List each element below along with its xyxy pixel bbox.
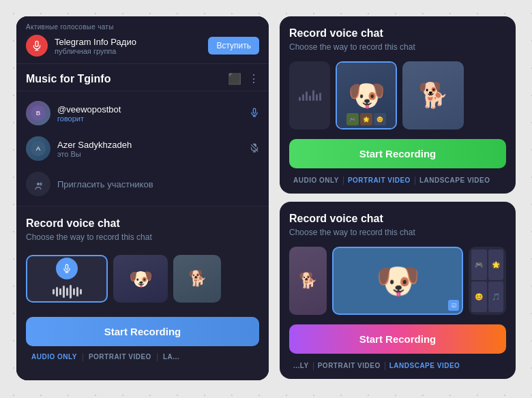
record-panel-top-right: Record voice chat Choose the way to reco… (280, 16, 516, 194)
left-panel: Активные голосовые чаты Telegram Info Ра… (16, 16, 269, 380)
portrait-strip-card[interactable]: 🐕 (289, 247, 327, 315)
channel-type: публичная группа (55, 47, 201, 55)
tab-audio-only-bottom[interactable]: ...LY (289, 362, 313, 370)
tab-audio-only[interactable]: AUDIO ONLY (26, 353, 83, 361)
tab-portrait-video-bottom[interactable]: PORTRAIT VIDEO (314, 362, 385, 370)
channel-name: Telegram Info Радио (55, 37, 201, 47)
participant-item[interactable]: A Azer Sadykhzadeh это Вы (16, 131, 269, 166)
recording-tabs: AUDIO ONLY PORTRAIT VIDEO LA... (26, 353, 259, 361)
svg-text:A: A (36, 144, 41, 152)
grid-cell-3: 😊 (471, 281, 487, 312)
participant-item[interactable]: B @veewopostbot говорит (16, 95, 269, 131)
record-subtitle: Choose the way to record this chat (289, 42, 506, 52)
svg-text:B: B (36, 109, 41, 117)
grid-cell-4: 🎵 (488, 281, 504, 312)
avatar: B (26, 101, 50, 125)
right-options-row: 🐶 🎮 🌟 😊 🐕 (289, 61, 506, 129)
participant-status: говорит (57, 114, 243, 123)
participant-status: это Вы (57, 150, 243, 158)
screen-share-icon[interactable]: ⬛ (228, 72, 241, 85)
join-button[interactable]: Вступить (208, 37, 259, 55)
voice-banner: Активные голосовые чаты Telegram Info Ра… (16, 16, 269, 64)
tab-portrait-video[interactable]: PORTRAIT VIDEO (83, 353, 157, 361)
record-title: Record voice chat (289, 27, 506, 40)
record-subtitle: Choose the way to record this chat (289, 228, 506, 237)
side-grid-card[interactable]: 🎮 🌟 😊 🎵 (469, 247, 506, 315)
voice-mic-icon (26, 35, 48, 57)
tab-portrait-video-top[interactable]: PORTRAIT VIDEO (344, 177, 415, 185)
participant-name: @veewopostbot (57, 104, 243, 114)
invite-participants[interactable]: Пригласить участников (16, 166, 269, 202)
record-panel-left: Record voice chat Choose the way to reco… (16, 206, 269, 380)
bottom-right-options: 🐕 🐶 ☑ 🎮 🌟 😊 🎵 (289, 247, 506, 315)
tab-landscape-video-top[interactable]: LANDSCAPE VIDEO (415, 177, 494, 185)
invite-icon (26, 172, 50, 196)
chat-header: Music for Tginfo ⬛ ⋮ (16, 64, 269, 91)
audio-mic-icon (56, 258, 78, 279)
portrait-dog-card[interactable]: 🐶 🎮 🌟 😊 (336, 61, 397, 129)
more-options-icon[interactable]: ⋮ (248, 72, 259, 85)
recording-tabs-top: AUDIO ONLY PORTRAIT VIDEO LANDSCAPE VIDE… (289, 177, 506, 185)
start-recording-button-bottom[interactable]: Start Recording (289, 324, 506, 354)
landscape-video-option[interactable]: 🐕 (173, 255, 221, 303)
portrait-video-option[interactable]: 🐶 (113, 255, 168, 303)
tab-audio-only-top[interactable]: AUDIO ONLY (289, 177, 343, 185)
voice-banner-label: Активные голосовые чаты (26, 23, 259, 31)
right-panels: Record voice chat Choose the way to reco… (280, 16, 516, 379)
avatar: A (26, 136, 50, 161)
mic-active-icon (250, 108, 259, 119)
grid-cell-1: 🎮 (471, 249, 487, 280)
tab-landscape-video-bottom[interactable]: LANDSCAPE VIDEO (385, 362, 464, 370)
app-layout: Активные голосовые чаты Telegram Info Ра… (0, 0, 532, 398)
participant-name: Azer Sadykhzadeh (57, 140, 243, 150)
landscape-preview-card[interactable]: 🐕 (402, 61, 464, 129)
record-subtitle: Choose the way to record this chat (26, 232, 259, 242)
participants-list: B @veewopostbot говорит A Azer Sadykhza (16, 91, 269, 206)
recording-tabs-bottom: ...LY PORTRAIT VIDEO LANDSCAPE VIDEO (289, 362, 506, 370)
record-options: 🐶 🐕 (26, 251, 259, 306)
audio-only-option[interactable] (26, 255, 108, 303)
record-title: Record voice chat (26, 217, 259, 230)
mic-muted-icon (250, 143, 259, 155)
waveform-option[interactable] (289, 61, 330, 129)
chat-title: Music for Tginfo (26, 73, 110, 85)
grid-cell-2: 🌟 (488, 249, 504, 280)
landscape-dog-card-selected[interactable]: 🐶 ☑ (332, 247, 463, 315)
start-recording-button-top[interactable]: Start Recording (289, 139, 506, 168)
waveform (53, 284, 82, 300)
start-recording-button[interactable]: Start Recording (26, 317, 259, 346)
badge: ☑ (448, 300, 459, 311)
tab-landscape-video[interactable]: LA... (158, 353, 185, 361)
record-panel-bottom-right: Record voice chat Choose the way to reco… (280, 202, 516, 379)
record-title: Record voice chat (289, 213, 506, 225)
invite-text: Пригласить участников (57, 179, 153, 189)
